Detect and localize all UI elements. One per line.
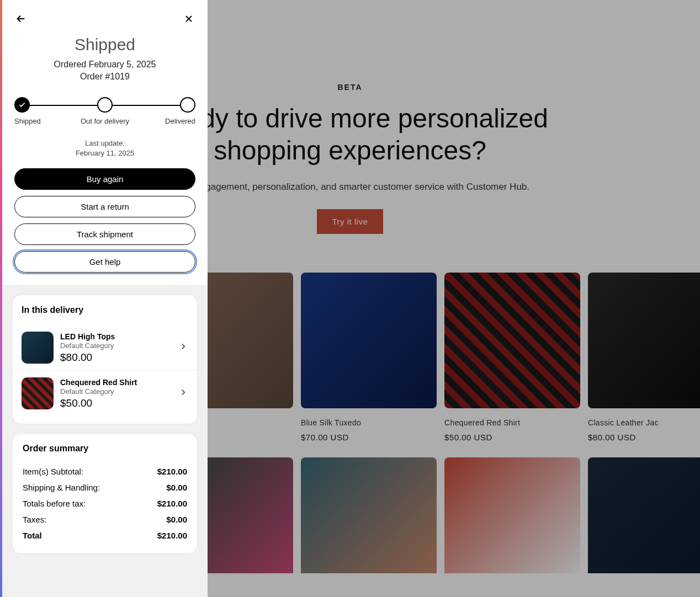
step-label: Out for delivery xyxy=(81,117,129,125)
last-update-date: February 11, 2025 xyxy=(76,149,134,157)
step-circle-icon xyxy=(14,97,30,113)
summary-row: Shipping & Handling: $0.00 xyxy=(23,479,187,495)
summary-value: $210.00 xyxy=(157,467,187,476)
start-return-button[interactable]: Start a return xyxy=(14,196,195,217)
summary-value: $0.00 xyxy=(166,483,187,492)
summary-row: Taxes: $0.00 xyxy=(23,511,187,527)
status-title: Shipped xyxy=(14,35,195,54)
action-buttons: Buy again Start a return Track shipment … xyxy=(14,168,195,273)
step-delivered: Delivered xyxy=(135,97,195,125)
item-name: LED High Tops xyxy=(60,332,172,341)
summary-title: Order summary xyxy=(23,444,187,454)
summary-total-value: $210.00 xyxy=(157,531,187,540)
summary-label: Taxes: xyxy=(23,515,46,524)
delivery-item[interactable]: Chequered Red Shirt Default Category $50… xyxy=(13,370,197,416)
delivery-title: In this delivery xyxy=(13,303,197,325)
order-panel: Shipped Ordered February 5, 2025 Order #… xyxy=(0,0,208,597)
step-circle-icon xyxy=(97,97,113,113)
summary-value: $0.00 xyxy=(166,515,187,524)
delivery-card: In this delivery LED High Tops Default C… xyxy=(12,295,198,424)
summary-label: Totals before tax: xyxy=(23,499,86,508)
order-id: Order #1019 xyxy=(14,72,195,82)
ordered-date: Ordered February 5, 2025 xyxy=(14,60,195,70)
last-update: Last update: February 11, 2025 xyxy=(14,138,195,158)
shipping-stepper: Shipped Out for delivery Delivered xyxy=(14,97,195,125)
last-update-label: Last update: xyxy=(85,139,125,147)
chevron-right-icon xyxy=(178,342,188,354)
step-label: Shipped xyxy=(14,117,41,125)
summary-total-row: Total $210.00 xyxy=(23,527,187,543)
item-price: $80.00 xyxy=(60,351,172,364)
chevron-right-icon xyxy=(178,387,188,399)
item-name: Chequered Red Shirt xyxy=(60,378,172,387)
item-thumbnail xyxy=(22,332,54,364)
summary-total-label: Total xyxy=(23,531,42,540)
item-category: Default Category xyxy=(60,387,172,396)
back-icon[interactable] xyxy=(14,12,28,25)
buy-again-button[interactable]: Buy again xyxy=(14,168,195,190)
item-info: LED High Tops Default Category $80.00 xyxy=(60,332,172,364)
summary-label: Item(s) Subtotal: xyxy=(23,467,83,476)
item-category: Default Category xyxy=(60,342,172,350)
summary-label: Shipping & Handling: xyxy=(23,483,100,492)
step-shipped: Shipped xyxy=(14,97,75,125)
item-thumbnail xyxy=(22,377,54,409)
step-out-for-delivery: Out for delivery xyxy=(75,97,135,125)
close-icon[interactable] xyxy=(182,12,195,25)
item-info: Chequered Red Shirt Default Category $50… xyxy=(60,378,172,409)
summary-value: $210.00 xyxy=(157,499,187,508)
track-shipment-button[interactable]: Track shipment xyxy=(14,223,195,245)
get-help-button[interactable]: Get help xyxy=(14,251,195,273)
item-price: $50.00 xyxy=(60,397,172,409)
summary-row: Totals before tax: $210.00 xyxy=(23,495,187,511)
step-label: Delivered xyxy=(165,117,195,125)
delivery-item[interactable]: LED High Tops Default Category $80.00 xyxy=(13,325,197,370)
summary-row: Item(s) Subtotal: $210.00 xyxy=(23,463,187,479)
step-circle-icon xyxy=(180,97,195,113)
order-summary-card: Order summary Item(s) Subtotal: $210.00 … xyxy=(12,433,198,554)
panel-header-section: Shipped Ordered February 5, 2025 Order #… xyxy=(2,0,208,285)
